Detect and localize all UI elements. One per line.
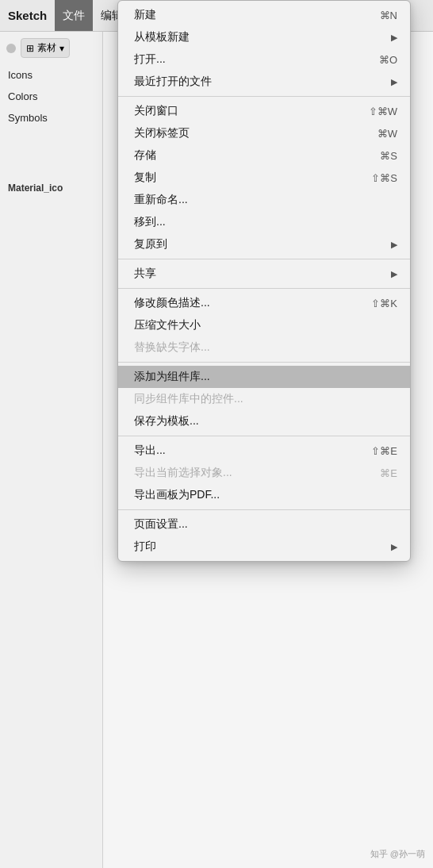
menu-item-change-color[interactable]: 修改颜色描述... ⇧⌘K <box>118 292 410 314</box>
sidebar: ⊞ 素材 ▾ Icons Colors Symbols Material_ico <box>0 32 103 868</box>
menu-item-label: 保存为模板... <box>134 414 199 428</box>
menu-item-label: 复制 <box>134 171 156 185</box>
menu-bar-file[interactable]: 文件 <box>55 0 93 31</box>
menu-item-label: 关闭窗口 <box>134 104 178 118</box>
sidebar-layers-button[interactable]: ⊞ 素材 ▾ <box>21 38 70 58</box>
menu-item-recent[interactable]: 最近打开的文件 ▶ <box>118 71 410 93</box>
menu-item-label: 修改颜色描述... <box>134 296 210 310</box>
menu-item-label: 导出当前选择对象... <box>134 466 232 480</box>
menu-item-label: 新建 <box>134 8 156 22</box>
menu-item-duplicate[interactable]: 复制 ⇧⌘S <box>118 167 410 189</box>
separator-3 <box>118 288 410 289</box>
menu-item-label: 添加为组件库... <box>134 370 210 384</box>
sidebar-item-colors[interactable]: Colors <box>0 86 102 107</box>
menu-item-label: 移到... <box>134 215 166 229</box>
separator-1 <box>118 96 410 97</box>
menu-item-export-selection: 导出当前选择对象... ⌘E <box>118 462 410 484</box>
menu-item-label: 同步组件库中的控件... <box>134 392 243 406</box>
sidebar-item-symbols[interactable]: Symbols <box>0 107 102 129</box>
shortcut-duplicate: ⇧⌘S <box>371 172 397 184</box>
shortcut-save: ⌘S <box>380 150 397 162</box>
submenu-arrow: ▶ <box>391 240 397 250</box>
chevron-down-icon: ▾ <box>59 43 64 54</box>
submenu-arrow: ▶ <box>391 542 397 552</box>
menu-item-label: 压缩文件大小 <box>134 318 201 332</box>
shortcut-open: ⌘O <box>379 54 397 66</box>
sidebar-item-icons[interactable]: Icons <box>0 64 102 86</box>
shortcut-change-color: ⇧⌘K <box>371 298 397 309</box>
sidebar-dot <box>6 44 16 53</box>
menu-item-add-library[interactable]: 添加为组件库... <box>118 366 410 388</box>
submenu-arrow: ▶ <box>391 77 397 87</box>
sidebar-toolbar: ⊞ 素材 ▾ <box>0 32 102 64</box>
sidebar-group-material: Material_ico <box>0 176 102 197</box>
menu-item-replace-fonts: 替换缺失字体... <box>118 336 410 359</box>
menu-item-print[interactable]: 打印 ▶ <box>118 536 410 558</box>
menu-item-close-tab[interactable]: 关闭标签页 ⌘W <box>118 122 410 144</box>
menu-item-compress[interactable]: 压缩文件大小 <box>118 314 410 336</box>
layers-label: 素材 <box>37 41 56 55</box>
layers-icon: ⊞ <box>26 43 34 54</box>
menu-item-label: 从模板新建 <box>134 30 190 44</box>
submenu-arrow: ▶ <box>391 269 397 279</box>
shortcut-close-tab: ⌘W <box>377 128 397 140</box>
menu-item-label: 导出画板为PDF... <box>134 488 220 502</box>
menu-item-export[interactable]: 导出... ⇧⌘E <box>118 440 410 462</box>
menu-item-label: 关闭标签页 <box>134 126 190 140</box>
menu-item-save-template[interactable]: 保存为模板... <box>118 410 410 432</box>
separator-2 <box>118 259 410 259</box>
menu-item-close-window[interactable]: 关闭窗口 ⇧⌘W <box>118 100 410 122</box>
menu-item-label: 重新命名... <box>134 193 188 207</box>
menu-item-label: 导出... <box>134 444 166 458</box>
menu-item-label: 打印 <box>134 540 156 554</box>
separator-5 <box>118 436 410 436</box>
menu-bar-sketch[interactable]: Sketch <box>0 0 55 31</box>
menu-item-share[interactable]: 共享 ▶ <box>118 263 410 285</box>
menu-item-label: 共享 <box>134 267 156 281</box>
menu-item-new-from-template[interactable]: 从模板新建 ▶ <box>118 26 410 48</box>
shortcut-export-selection: ⌘E <box>380 467 397 479</box>
menu-item-label: 存储 <box>134 148 156 163</box>
menu-item-sync-library: 同步组件库中的控件... <box>118 388 410 410</box>
menu-item-label: 替换缺失字体... <box>134 340 210 355</box>
menu-item-move-to[interactable]: 移到... <box>118 211 410 233</box>
separator-4 <box>118 362 410 363</box>
file-dropdown-menu: 新建 ⌘N 从模板新建 ▶ 打开... ⌘O 最近打开的文件 ▶ 关闭窗口 ⇧⌘… <box>117 0 411 562</box>
menu-item-save[interactable]: 存储 ⌘S <box>118 144 410 167</box>
shortcut-export: ⇧⌘E <box>371 445 397 457</box>
separator-6 <box>118 509 410 510</box>
shortcut-new: ⌘N <box>380 10 397 21</box>
submenu-arrow: ▶ <box>391 33 397 43</box>
menu-item-new[interactable]: 新建 ⌘N <box>118 4 410 26</box>
menu-item-revert[interactable]: 复原到 ▶ <box>118 233 410 255</box>
menu-item-page-setup[interactable]: 页面设置... <box>118 513 410 536</box>
menu-item-label: 最近打开的文件 <box>134 75 212 89</box>
shortcut-close-window: ⇧⌘W <box>369 106 397 117</box>
menu-item-label: 页面设置... <box>134 517 188 532</box>
menu-item-export-pdf[interactable]: 导出画板为PDF... <box>118 484 410 506</box>
watermark: 知乎 @孙一萌 <box>370 848 425 860</box>
menu-item-rename[interactable]: 重新命名... <box>118 189 410 211</box>
menu-item-label: 复原到 <box>134 237 167 252</box>
menu-item-open[interactable]: 打开... ⌘O <box>118 48 410 71</box>
menu-item-label: 打开... <box>134 52 166 67</box>
